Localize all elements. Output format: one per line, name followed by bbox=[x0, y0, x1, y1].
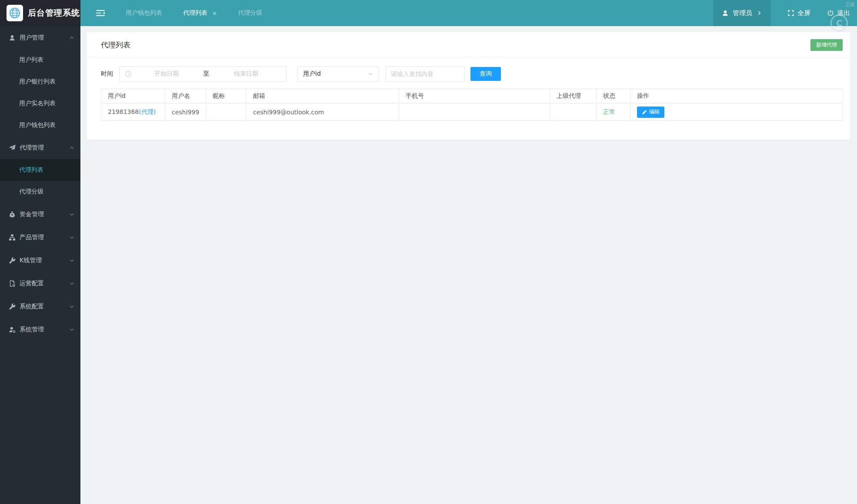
start-date-placeholder: 开始日期 bbox=[132, 70, 202, 78]
globe-logo-icon bbox=[7, 5, 23, 21]
admin-user-menu[interactable]: 管理员 bbox=[713, 0, 771, 26]
col-user-id: 用户id bbox=[101, 89, 165, 103]
filter-toolbar: 时间 开始日期 至 结束日期 用户id 查询 bbox=[101, 66, 843, 82]
col-actions: 操作 bbox=[630, 89, 843, 103]
col-phone: 手机号 bbox=[399, 89, 550, 103]
query-button[interactable]: 查询 bbox=[470, 67, 501, 81]
tab-label: 代理列表 bbox=[183, 9, 207, 17]
top-header: 后台管理系统 用户钱包列表 代理列表 × 代理分级 管理员 bbox=[0, 0, 857, 26]
document-gear-icon bbox=[9, 280, 16, 287]
cell-phone bbox=[399, 103, 550, 121]
chevron-down-icon bbox=[69, 211, 75, 217]
sidebar-item-product-management[interactable]: 产品管理 bbox=[0, 226, 80, 249]
cell-username: ceshi999 bbox=[165, 103, 206, 121]
tab-agent-grading[interactable]: 代理分级 bbox=[227, 0, 273, 26]
sidebar-item-user-realname-list[interactable]: 用户实名列表 bbox=[0, 93, 80, 114]
table-header-row: 用户id 用户名 昵称 邮箱 手机号 上级代理 状态 操作 bbox=[101, 89, 843, 103]
col-status: 状态 bbox=[597, 89, 630, 103]
watermark-text: 正版 bbox=[845, 1, 855, 8]
money-bag-icon bbox=[9, 211, 16, 218]
add-agent-button[interactable]: 新增代理 bbox=[810, 39, 843, 51]
sidebar-nav: 用户管理 用户列表 用户银行列表 用户实名列表 用户钱包列表 代理管理 代理列表… bbox=[0, 26, 80, 504]
search-field-select[interactable]: 用户id bbox=[297, 66, 379, 82]
page-title: 代理列表 bbox=[101, 40, 130, 50]
status-badge: 正常 bbox=[603, 108, 615, 115]
fullscreen-button[interactable]: 全屏 bbox=[787, 9, 810, 17]
sidebar-item-operation-config[interactable]: 运营配置 bbox=[0, 272, 80, 295]
chevron-down-icon bbox=[69, 234, 75, 240]
sidebar-item-user-wallet-list[interactable]: 用户钱包列表 bbox=[0, 114, 80, 136]
end-date-placeholder: 结束日期 bbox=[211, 70, 281, 78]
cell-status: 正常 bbox=[597, 103, 630, 121]
chevron-down-icon bbox=[69, 280, 75, 287]
col-email: 邮箱 bbox=[247, 89, 399, 103]
sidebar-item-system-config[interactable]: 系统配置 bbox=[0, 295, 80, 318]
user-id-value: 21981368 bbox=[108, 108, 139, 115]
chevron-down-icon bbox=[69, 304, 75, 310]
table-row: 21981368(代理) ceshi999 ceshi999@outlook.c… bbox=[101, 103, 843, 121]
sidebar-item-user-list[interactable]: 用户列表 bbox=[0, 49, 80, 71]
agent-tag-link[interactable]: (代理) bbox=[139, 108, 156, 115]
admin-label: 管理员 bbox=[733, 9, 752, 17]
edit-button-label: 编辑 bbox=[649, 108, 660, 116]
sitemap-icon bbox=[9, 234, 16, 241]
col-parent-agent: 上级代理 bbox=[550, 89, 597, 103]
watermark-circle-icon: C bbox=[830, 14, 848, 32]
chevron-up-icon bbox=[69, 145, 75, 151]
cell-parent-agent bbox=[550, 103, 597, 121]
admin-page: 后台管理系统 用户钱包列表 代理列表 × 代理分级 管理员 bbox=[0, 0, 857, 504]
search-input[interactable] bbox=[386, 66, 465, 82]
open-tabs-bar: 用户钱包列表 代理列表 × 代理分级 bbox=[115, 0, 273, 26]
agents-table: 用户id 用户名 昵称 邮箱 手机号 上级代理 状态 操作 bbox=[101, 89, 843, 121]
cell-email: ceshi999@outlook.com bbox=[247, 103, 399, 121]
clock-icon bbox=[125, 70, 132, 77]
chevron-down-icon bbox=[367, 71, 373, 77]
tab-label: 代理分级 bbox=[238, 9, 262, 17]
power-icon bbox=[827, 10, 834, 17]
sidebar-item-system-management[interactable]: 系统管理 bbox=[0, 318, 80, 341]
range-separator: 至 bbox=[202, 70, 211, 78]
cell-user-id: 21981368(代理) bbox=[101, 103, 165, 121]
sidebar-item-funds-management[interactable]: 资金管理 bbox=[0, 203, 80, 226]
hamburger-icon bbox=[96, 10, 105, 17]
wrench-icon bbox=[9, 257, 16, 264]
chevron-right-icon bbox=[756, 10, 762, 16]
wrench-icon bbox=[9, 303, 16, 310]
time-filter-label: 时间 bbox=[101, 70, 113, 78]
user-icon bbox=[9, 34, 16, 41]
col-username: 用户名 bbox=[165, 89, 206, 103]
main-content: 代理列表 新增代理 时间 开始日期 至 结束日期 用户id bbox=[80, 26, 857, 504]
sidebar-item-user-bank-list[interactable]: 用户银行列表 bbox=[0, 71, 80, 93]
user-gear-icon bbox=[9, 326, 16, 333]
person-icon bbox=[722, 10, 729, 17]
sidebar-item-agent-list[interactable]: 代理列表 bbox=[0, 159, 80, 181]
sidebar-item-kline-management[interactable]: K线管理 bbox=[0, 249, 80, 272]
cell-actions: 编辑 bbox=[630, 103, 843, 121]
sidebar-item-agent-grading[interactable]: 代理分级 bbox=[0, 181, 80, 203]
select-value: 用户id bbox=[303, 70, 321, 78]
date-range-input[interactable]: 开始日期 至 结束日期 bbox=[119, 66, 287, 82]
chevron-down-icon bbox=[69, 257, 75, 264]
tab-close-icon[interactable]: × bbox=[212, 10, 217, 17]
send-icon bbox=[9, 144, 16, 151]
col-nickname: 昵称 bbox=[206, 89, 247, 103]
card-body: 时间 开始日期 至 结束日期 用户id 查询 bbox=[87, 58, 850, 121]
tab-user-wallet-list[interactable]: 用户钱包列表 bbox=[115, 0, 173, 26]
card-header: 代理列表 新增代理 bbox=[87, 32, 850, 58]
edit-button[interactable]: 编辑 bbox=[637, 107, 664, 118]
chevron-up-icon bbox=[69, 35, 75, 41]
cell-nickname bbox=[206, 103, 247, 121]
pencil-icon bbox=[642, 110, 647, 115]
tab-agent-list[interactable]: 代理列表 × bbox=[173, 0, 227, 26]
sidebar-item-agent-management[interactable]: 代理管理 bbox=[0, 136, 80, 159]
app-title: 后台管理系统 bbox=[28, 7, 80, 19]
agent-list-card: 代理列表 新增代理 时间 开始日期 至 结束日期 用户id bbox=[87, 32, 850, 140]
tab-label: 用户钱包列表 bbox=[126, 9, 162, 17]
fullscreen-label: 全屏 bbox=[797, 9, 810, 17]
chevron-down-icon bbox=[69, 327, 75, 333]
sidebar-item-user-management[interactable]: 用户管理 bbox=[0, 26, 80, 49]
app-logo: 后台管理系统 bbox=[0, 0, 80, 26]
fullscreen-icon bbox=[787, 10, 794, 17]
sidebar-toggle-button[interactable] bbox=[96, 0, 105, 26]
